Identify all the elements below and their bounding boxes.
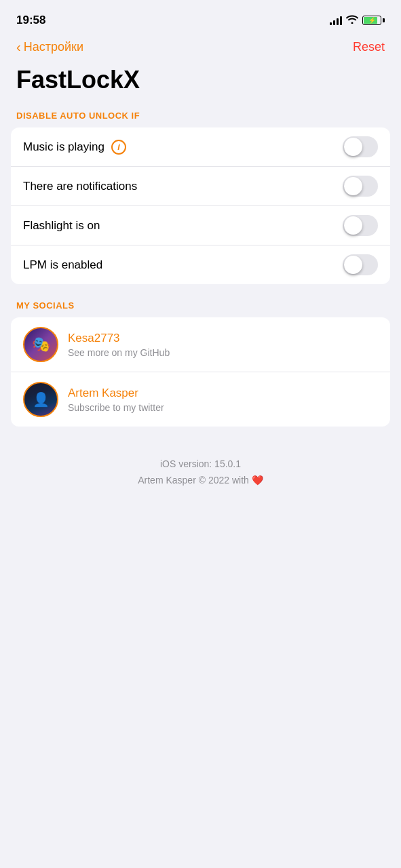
notifications-label: There are notifications	[23, 180, 137, 193]
lpm-label: LPM is enabled	[23, 258, 102, 272]
section-disable-header: DISABLE AUTO UNLOCK IF	[0, 111, 401, 127]
flashlight-label: Flashlight is on	[23, 219, 100, 233]
artem-name: Artem Kasper	[68, 387, 164, 400]
nav-bar: ‹ Настройки Reset	[0, 37, 401, 60]
flashlight-row: Flashlight is on	[11, 206, 390, 245]
reset-button[interactable]: Reset	[353, 40, 385, 54]
artem-avatar: 👤	[23, 382, 58, 417]
signal-icon	[330, 16, 342, 25]
kesa-subtitle: See more on my GitHub	[68, 347, 170, 358]
section-socials-header: MY SOCIALS	[0, 300, 401, 317]
page-title: FastLockX	[0, 60, 401, 111]
music-row: Music is playing i	[11, 127, 390, 167]
music-toggle-knob	[344, 138, 362, 156]
footer-line1: iOS version: 15.0.1	[16, 456, 385, 473]
notifications-toggle[interactable]	[343, 176, 378, 197]
music-toggle-container	[343, 136, 378, 157]
lpm-row: LPM is enabled	[11, 245, 390, 284]
flashlight-toggle-knob	[344, 216, 362, 235]
kesa-name: Kesa2773	[68, 332, 170, 345]
flashlight-toggle-container	[343, 215, 378, 236]
music-toggle[interactable]	[343, 136, 378, 157]
disable-settings-card: Music is playing i There are notificatio…	[11, 127, 390, 284]
kesa-avatar: 🎭	[23, 327, 58, 362]
status-icons: ⚡	[330, 15, 385, 26]
footer-line2: Artem Kasper © 2022 with ❤️	[16, 473, 385, 489]
notifications-toggle-knob	[344, 177, 362, 195]
notifications-toggle-container	[343, 176, 378, 197]
back-chevron-icon: ‹	[16, 39, 21, 55]
kesa-social-row[interactable]: 🎭 Kesa2773 See more on my GitHub	[11, 317, 390, 372]
notifications-row: There are notifications	[11, 167, 390, 206]
artem-subtitle: Subscribe to my twitter	[68, 402, 164, 413]
flashlight-toggle[interactable]	[343, 215, 378, 236]
lpm-toggle-knob	[344, 256, 362, 274]
footer: iOS version: 15.0.1 Artem Kasper © 2022 …	[0, 443, 401, 502]
music-info-icon[interactable]: i	[111, 140, 126, 155]
lpm-toggle-container	[343, 254, 378, 275]
back-button[interactable]: ‹ Настройки	[16, 39, 83, 55]
back-label: Настройки	[24, 40, 83, 54]
lpm-toggle[interactable]	[343, 254, 378, 275]
music-label: Music is playing	[23, 140, 104, 154]
battery-icon: ⚡	[362, 16, 385, 25]
status-bar: 19:58 ⚡	[0, 0, 401, 37]
artem-social-row[interactable]: 👤 Artem Kasper Subscribe to my twitter	[11, 372, 390, 427]
wifi-icon	[346, 15, 358, 26]
status-time: 19:58	[16, 14, 45, 27]
socials-card: 🎭 Kesa2773 See more on my GitHub 👤 Artem…	[11, 317, 390, 427]
